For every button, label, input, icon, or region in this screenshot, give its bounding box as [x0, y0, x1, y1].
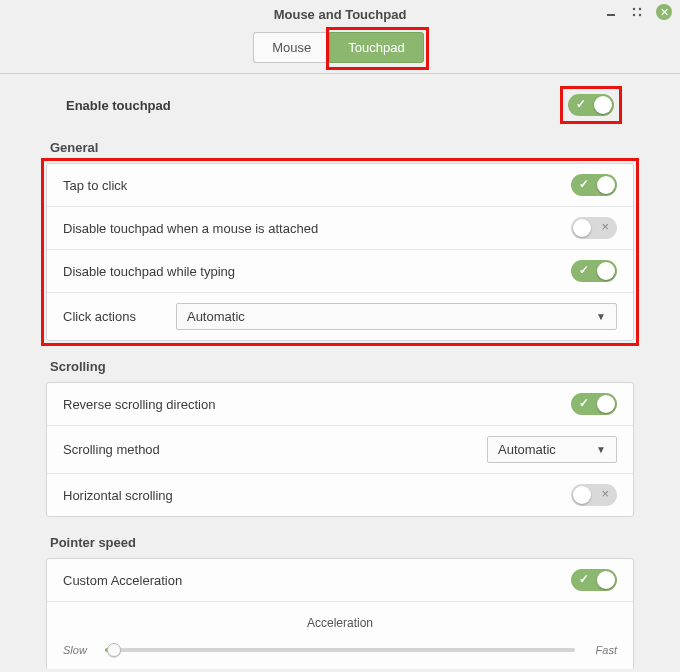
scrolling-panel: Reverse scrolling direction Scrolling me… [46, 382, 634, 517]
accel-min-label: Slow [63, 644, 95, 656]
tap-to-click-row: Tap to click [47, 164, 633, 207]
accel-max-label: Fast [585, 644, 617, 656]
scrolling-method-dropdown[interactable]: Automatic ▼ [487, 436, 617, 463]
tab-touchpad[interactable]: Touchpad [329, 32, 423, 63]
svg-rect-0 [607, 14, 615, 16]
disable-while-typing-label: Disable touchpad while typing [63, 264, 235, 279]
disable-while-typing-row: Disable touchpad while typing [47, 250, 633, 293]
titlebar: Mouse and Touchpad ✕ [0, 0, 680, 28]
disable-mouse-attached-row: Disable touchpad when a mouse is attache… [47, 207, 633, 250]
accel-slider[interactable] [105, 648, 575, 652]
maximize-icon[interactable] [630, 5, 644, 19]
pointer-section-title: Pointer speed [50, 535, 634, 550]
enable-touchpad-row: Enable touchpad [66, 94, 614, 116]
close-icon[interactable]: ✕ [656, 4, 672, 20]
click-actions-label: Click actions [63, 309, 136, 324]
content-area: Enable touchpad General Tap to click Dis… [0, 74, 680, 669]
disable-while-typing-toggle[interactable] [571, 260, 617, 282]
click-actions-row: Click actions Automatic ▼ [47, 293, 633, 340]
reverse-scrolling-toggle[interactable] [571, 393, 617, 415]
svg-point-4 [639, 14, 641, 16]
tab-bar: Mouse Touchpad [0, 28, 680, 74]
tap-to-click-label: Tap to click [63, 178, 127, 193]
click-actions-selected: Automatic [187, 309, 245, 324]
accel-slider-row: Acceleration Slow Fast [47, 602, 633, 669]
enable-touchpad-label: Enable touchpad [66, 98, 171, 113]
click-actions-dropdown[interactable]: Automatic ▼ [176, 303, 617, 330]
svg-point-1 [633, 8, 635, 10]
accel-title: Acceleration [63, 612, 617, 636]
scrolling-method-label: Scrolling method [63, 442, 160, 457]
enable-touchpad-toggle[interactable] [568, 94, 614, 116]
minimize-icon[interactable] [604, 5, 618, 19]
reverse-scrolling-row: Reverse scrolling direction [47, 383, 633, 426]
window-controls: ✕ [604, 4, 672, 20]
custom-accel-toggle[interactable] [571, 569, 617, 591]
scrolling-method-selected: Automatic [498, 442, 556, 457]
reverse-scrolling-label: Reverse scrolling direction [63, 397, 215, 412]
pointer-panel: Custom Acceleration Acceleration Slow Fa… [46, 558, 634, 669]
horizontal-scrolling-row: Horizontal scrolling [47, 474, 633, 516]
tab-mouse[interactable]: Mouse [253, 32, 329, 63]
svg-point-2 [639, 8, 641, 10]
chevron-down-icon: ▼ [596, 311, 606, 322]
custom-accel-row: Custom Acceleration [47, 559, 633, 602]
svg-point-3 [633, 14, 635, 16]
tap-to-click-toggle[interactable] [571, 174, 617, 196]
horizontal-scrolling-toggle[interactable] [571, 484, 617, 506]
horizontal-scrolling-label: Horizontal scrolling [63, 488, 173, 503]
chevron-down-icon: ▼ [596, 444, 606, 455]
disable-mouse-attached-toggle[interactable] [571, 217, 617, 239]
custom-accel-label: Custom Acceleration [63, 573, 182, 588]
scrolling-method-row: Scrolling method Automatic ▼ [47, 426, 633, 474]
general-panel: Tap to click Disable touchpad when a mou… [46, 163, 634, 341]
scrolling-section-title: Scrolling [50, 359, 634, 374]
window-title: Mouse and Touchpad [274, 7, 407, 22]
general-section-title: General [50, 140, 634, 155]
disable-mouse-attached-label: Disable touchpad when a mouse is attache… [63, 221, 318, 236]
